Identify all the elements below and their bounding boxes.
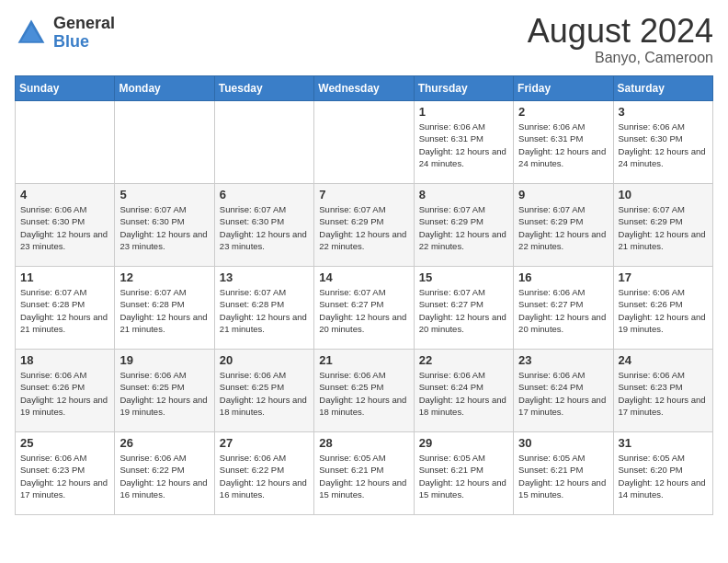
day-info: Sunrise: 6:06 AM Sunset: 6:25 PM Dayligh… [119,369,209,418]
calendar-cell: 15Sunrise: 6:07 AM Sunset: 6:27 PM Dayli… [414,267,513,350]
logo-general-text: General [53,15,115,33]
calendar-cell: 26Sunrise: 6:06 AM Sunset: 6:22 PM Dayli… [115,432,214,515]
day-number: 14 [319,270,408,284]
calendar-cell [314,101,414,184]
calendar-cell: 11Sunrise: 6:07 AM Sunset: 6:28 PM Dayli… [16,267,115,350]
day-number: 28 [319,436,408,450]
day-number: 30 [518,436,608,450]
day-info: Sunrise: 6:05 AM Sunset: 6:20 PM Dayligh… [619,452,708,500]
day-number: 11 [20,270,109,284]
calendar-cell: 16Sunrise: 6:06 AM Sunset: 6:27 PM Dayli… [514,267,613,350]
calendar-cell [115,101,214,184]
calendar-cell: 21Sunrise: 6:06 AM Sunset: 6:25 PM Dayli… [314,350,414,432]
calendar-week-row: 25Sunrise: 6:06 AM Sunset: 6:23 PM Dayli… [16,432,713,515]
calendar-cell: 31Sunrise: 6:05 AM Sunset: 6:20 PM Dayli… [613,432,712,515]
day-number: 6 [220,188,309,201]
calendar-week-row: 11Sunrise: 6:07 AM Sunset: 6:28 PM Dayli… [16,267,713,350]
calendar-cell: 14Sunrise: 6:07 AM Sunset: 6:27 PM Dayli… [314,267,414,350]
day-number: 12 [119,270,209,284]
day-info: Sunrise: 6:07 AM Sunset: 6:29 PM Dayligh… [619,203,708,252]
calendar-cell: 28Sunrise: 6:05 AM Sunset: 6:21 PM Dayli… [314,432,414,515]
day-number: 17 [619,270,708,284]
day-info: Sunrise: 6:07 AM Sunset: 6:30 PM Dayligh… [119,203,209,252]
day-info: Sunrise: 6:07 AM Sunset: 6:30 PM Dayligh… [220,203,309,252]
calendar-body: 1Sunrise: 6:06 AM Sunset: 6:31 PM Daylig… [16,101,713,515]
day-info: Sunrise: 6:06 AM Sunset: 6:23 PM Dayligh… [20,452,109,500]
day-info: Sunrise: 6:06 AM Sunset: 6:26 PM Dayligh… [20,369,109,418]
day-info: Sunrise: 6:06 AM Sunset: 6:23 PM Dayligh… [619,369,708,418]
title-block: August 2024 Banyo, Cameroon [528,15,713,66]
day-info: Sunrise: 6:06 AM Sunset: 6:31 PM Dayligh… [518,121,608,169]
day-number: 4 [20,188,109,201]
calendar-cell: 3Sunrise: 6:06 AM Sunset: 6:30 PM Daylig… [613,101,712,184]
day-number: 16 [518,270,608,284]
calendar-week-row: 18Sunrise: 6:06 AM Sunset: 6:26 PM Dayli… [16,350,713,432]
weekday-header-cell: Thursday [414,76,513,101]
weekday-header-cell: Monday [115,76,214,101]
day-info: Sunrise: 6:07 AM Sunset: 6:28 PM Dayligh… [20,286,109,335]
weekday-header-row: SundayMondayTuesdayWednesdayThursdayFrid… [16,76,713,101]
calendar-cell: 17Sunrise: 6:06 AM Sunset: 6:26 PM Dayli… [613,267,712,350]
calendar-table: SundayMondayTuesdayWednesdayThursdayFrid… [15,75,713,515]
day-number: 3 [619,105,708,119]
day-number: 7 [319,188,408,201]
page-header: General Blue August 2024 Banyo, Cameroon [15,15,713,66]
day-info: Sunrise: 6:07 AM Sunset: 6:29 PM Dayligh… [319,203,408,252]
calendar-cell: 24Sunrise: 6:06 AM Sunset: 6:23 PM Dayli… [613,350,712,432]
day-info: Sunrise: 6:06 AM Sunset: 6:30 PM Dayligh… [20,203,109,252]
day-number: 19 [119,353,209,367]
calendar-cell: 29Sunrise: 6:05 AM Sunset: 6:21 PM Dayli… [414,432,513,515]
weekday-header-cell: Wednesday [314,76,414,101]
day-info: Sunrise: 6:06 AM Sunset: 6:27 PM Dayligh… [518,286,608,335]
calendar-cell: 6Sunrise: 6:07 AM Sunset: 6:30 PM Daylig… [214,184,313,267]
day-number: 13 [220,270,309,284]
calendar-cell: 13Sunrise: 6:07 AM Sunset: 6:28 PM Dayli… [214,267,313,350]
logo: General Blue [15,15,115,52]
day-info: Sunrise: 6:07 AM Sunset: 6:28 PM Dayligh… [220,286,309,335]
day-number: 20 [220,353,309,367]
day-number: 15 [419,270,508,284]
day-number: 10 [619,188,708,201]
calendar-cell: 9Sunrise: 6:07 AM Sunset: 6:29 PM Daylig… [514,184,613,267]
calendar-cell: 25Sunrise: 6:06 AM Sunset: 6:23 PM Dayli… [16,432,115,515]
day-number: 9 [518,188,608,201]
day-info: Sunrise: 6:06 AM Sunset: 6:24 PM Dayligh… [419,369,508,418]
calendar-cell: 22Sunrise: 6:06 AM Sunset: 6:24 PM Dayli… [414,350,513,432]
calendar-cell: 2Sunrise: 6:06 AM Sunset: 6:31 PM Daylig… [514,101,613,184]
day-info: Sunrise: 6:06 AM Sunset: 6:30 PM Dayligh… [619,121,708,169]
calendar-cell: 19Sunrise: 6:06 AM Sunset: 6:25 PM Dayli… [115,350,214,432]
calendar-cell: 1Sunrise: 6:06 AM Sunset: 6:31 PM Daylig… [414,101,513,184]
calendar-cell: 8Sunrise: 6:07 AM Sunset: 6:29 PM Daylig… [414,184,513,267]
calendar-cell: 30Sunrise: 6:05 AM Sunset: 6:21 PM Dayli… [514,432,613,515]
weekday-header-cell: Sunday [16,76,115,101]
day-number: 21 [319,353,408,367]
day-info: Sunrise: 6:06 AM Sunset: 6:31 PM Dayligh… [419,121,508,169]
day-number: 25 [20,436,109,450]
day-info: Sunrise: 6:06 AM Sunset: 6:26 PM Dayligh… [619,286,708,335]
day-number: 18 [20,353,109,367]
calendar-cell: 23Sunrise: 6:06 AM Sunset: 6:24 PM Dayli… [514,350,613,432]
day-number: 23 [518,353,608,367]
calendar-week-row: 1Sunrise: 6:06 AM Sunset: 6:31 PM Daylig… [16,101,713,184]
day-number: 29 [419,436,508,450]
day-info: Sunrise: 6:06 AM Sunset: 6:22 PM Dayligh… [220,452,309,500]
calendar-week-row: 4Sunrise: 6:06 AM Sunset: 6:30 PM Daylig… [16,184,713,267]
month-title: August 2024 [528,15,713,48]
day-number: 31 [619,436,708,450]
calendar-cell: 18Sunrise: 6:06 AM Sunset: 6:26 PM Dayli… [16,350,115,432]
day-number: 2 [518,105,608,119]
calendar-cell: 20Sunrise: 6:06 AM Sunset: 6:25 PM Dayli… [214,350,313,432]
day-info: Sunrise: 6:07 AM Sunset: 6:27 PM Dayligh… [319,286,408,335]
day-info: Sunrise: 6:05 AM Sunset: 6:21 PM Dayligh… [518,452,608,500]
calendar-cell: 5Sunrise: 6:07 AM Sunset: 6:30 PM Daylig… [115,184,214,267]
day-info: Sunrise: 6:06 AM Sunset: 6:25 PM Dayligh… [220,369,309,418]
day-info: Sunrise: 6:05 AM Sunset: 6:21 PM Dayligh… [319,452,408,500]
day-number: 8 [419,188,508,201]
day-number: 26 [119,436,209,450]
calendar-cell: 12Sunrise: 6:07 AM Sunset: 6:28 PM Dayli… [115,267,214,350]
day-info: Sunrise: 6:06 AM Sunset: 6:24 PM Dayligh… [518,369,608,418]
day-info: Sunrise: 6:07 AM Sunset: 6:29 PM Dayligh… [419,203,508,252]
day-info: Sunrise: 6:07 AM Sunset: 6:27 PM Dayligh… [419,286,508,335]
weekday-header-cell: Saturday [613,76,712,101]
day-info: Sunrise: 6:06 AM Sunset: 6:22 PM Dayligh… [119,452,209,500]
